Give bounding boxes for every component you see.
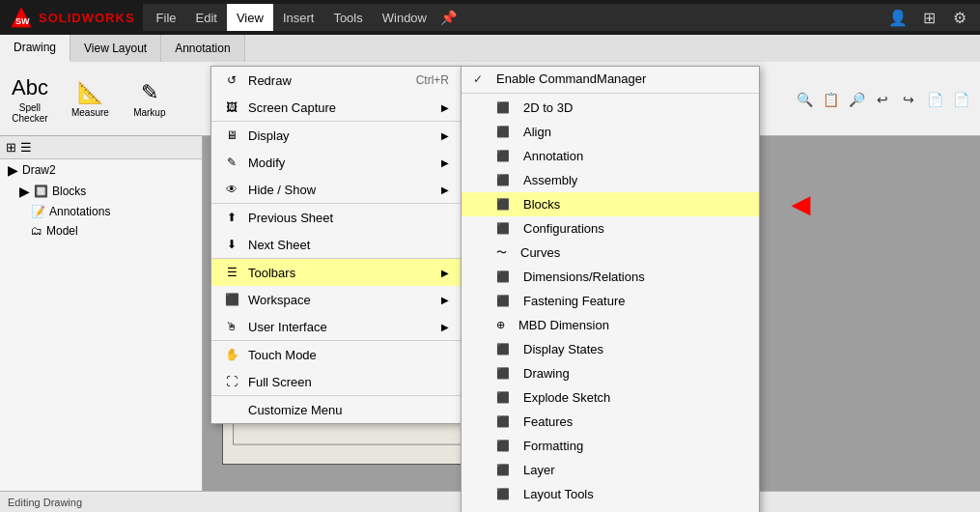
doc-icon-1[interactable]: 📄 xyxy=(923,88,946,111)
redo-icon[interactable]: ↪ xyxy=(897,88,920,111)
user-interface-label: User Interface xyxy=(248,320,327,334)
submenu-features[interactable]: ⬛ Features xyxy=(462,410,759,434)
submenu-assembly[interactable]: ⬛ Assembly xyxy=(462,168,759,192)
ribbon-markup-btn[interactable]: ✎ Markup xyxy=(128,76,171,122)
prev-sheet-label: Previous Sheet xyxy=(248,211,333,225)
search-icon[interactable]: 🔍 xyxy=(793,88,816,111)
tree-annotations[interactable]: 📝 Annotations xyxy=(0,202,202,221)
menu-item-user-interface[interactable]: 🖱 User Interface ▶ xyxy=(211,313,461,340)
menu-file[interactable]: File xyxy=(147,4,186,31)
menu-window[interactable]: Window xyxy=(373,4,436,31)
curves-label: Curves xyxy=(520,245,560,260)
menu-view[interactable]: View xyxy=(227,4,273,31)
explode-icon: ⬛ xyxy=(496,391,510,404)
submenu-blocks[interactable]: ⬛ Blocks ◀ xyxy=(462,192,759,216)
drawing-icon: ⬛ xyxy=(496,367,510,380)
submenu-layer[interactable]: ⬛ Layer xyxy=(462,458,759,482)
disp-states-label: Display States xyxy=(523,342,603,356)
menu-item-touch-mode[interactable]: ✋ Touch Mode xyxy=(211,340,461,368)
ribbon-tabs: Drawing View Layout Annotation xyxy=(0,35,980,62)
submenu-enable-cm[interactable]: ✓ Enable CommandManager xyxy=(462,67,759,91)
menu-item-modify[interactable]: ✎ Modify ▶ xyxy=(211,149,461,176)
submenu-display-states[interactable]: ⬛ Display States xyxy=(462,337,759,361)
fastening-label: Fastening Feature xyxy=(523,294,626,308)
menu-item-next-sheet[interactable]: ⬇ Next Sheet xyxy=(211,231,461,258)
curves-icon: 〜 xyxy=(496,245,507,260)
formatting-icon: ⬛ xyxy=(496,440,510,452)
menu-item-customize[interactable]: Customize Menu xyxy=(211,395,461,423)
view-icon-1[interactable]: 📋 xyxy=(819,88,842,111)
measure-icon: 📐 xyxy=(77,80,103,105)
user-interface-arrow: ▶ xyxy=(441,322,449,332)
menu-item-screen-capture[interactable]: 🖼 Screen Capture ▶ xyxy=(211,94,461,121)
menu-tools[interactable]: Tools xyxy=(323,4,372,31)
tree-blocks[interactable]: ▶ 🔲 Blocks xyxy=(0,181,202,202)
annotation-label: Annotation xyxy=(523,149,583,163)
disp-states-icon: ⬛ xyxy=(496,343,510,356)
submenu-fastening[interactable]: ⬛ Fastening Feature xyxy=(462,289,759,313)
tree-model[interactable]: 🗂 Model xyxy=(0,221,202,241)
customize-label: Customize Menu xyxy=(248,403,343,417)
tree-draw2-label: Draw2 xyxy=(22,163,56,177)
workspace-label: Workspace xyxy=(248,293,311,307)
display-icon: 🖥 xyxy=(223,127,240,144)
next-sheet-label: Next Sheet xyxy=(248,238,310,252)
assembly-label: Assembly xyxy=(523,173,577,187)
mbd-icon: ⊕ xyxy=(496,319,505,331)
header-row: SW SOLIDWORKS File Edit View Insert Tool… xyxy=(0,0,980,35)
grid-icon[interactable]: ⊞ xyxy=(916,5,941,30)
layer-icon: ⬛ xyxy=(496,464,510,476)
ribbon-spell-btn[interactable]: Abc SpellChecker xyxy=(8,71,52,128)
submenu-line-format[interactable]: ⬛ Line Format xyxy=(462,506,759,512)
list-icon[interactable]: ☰ xyxy=(20,140,32,155)
workspace-icon: ⬛ xyxy=(223,291,240,308)
submenu-curves[interactable]: 〜 Curves xyxy=(462,241,759,265)
tree-draw2[interactable]: ▶ Draw2 xyxy=(0,159,202,181)
menu-item-prev-sheet[interactable]: ⬆ Previous Sheet xyxy=(211,203,461,231)
submenu-mbd[interactable]: ⊕ MBD Dimension xyxy=(462,313,759,337)
menu-item-full-screen[interactable]: ⛶ Full Screen xyxy=(211,368,461,395)
status-text: Editing Drawing xyxy=(8,497,82,508)
submenu-configurations[interactable]: ⬛ Configurations xyxy=(462,216,759,241)
tab-drawing[interactable]: Drawing xyxy=(0,35,70,62)
align-label: Align xyxy=(523,125,551,139)
menu-item-toolbars[interactable]: ☰ Toolbars ▶ xyxy=(211,258,461,286)
hide-show-label: Hide / Show xyxy=(248,183,316,197)
submenu-layout-tools[interactable]: ⬛ Layout Tools xyxy=(462,482,759,506)
settings-icon[interactable]: ⚙ xyxy=(947,5,972,30)
solidworks-logo: SW SOLIDWORKS xyxy=(0,4,143,31)
profile-icon[interactable]: 👤 xyxy=(885,5,910,30)
ribbon-right-icons: 🔍 📋 🔎 ↩ ↪ 📄 📄 xyxy=(793,88,972,111)
submenu-explode-sketch[interactable]: ⬛ Explode Sketch xyxy=(462,385,759,410)
tab-view-layout[interactable]: View Layout xyxy=(70,35,161,62)
formatting-label: Formatting xyxy=(523,439,583,453)
redraw-label: Redraw xyxy=(248,73,292,88)
undo-icon[interactable]: ↩ xyxy=(871,88,894,111)
submenu-2d-to-3d[interactable]: ⬛ 2D to 3D xyxy=(462,96,759,120)
menu-insert[interactable]: Insert xyxy=(273,4,324,31)
view-icon-2[interactable]: 🔎 xyxy=(845,88,868,111)
menu-item-workspace[interactable]: ⬛ Workspace ▶ xyxy=(211,286,461,313)
2d3d-icon: ⬛ xyxy=(496,101,510,114)
toolbars-submenu: ✓ Enable CommandManager ⬛ 2D to 3D ⬛ Ali… xyxy=(461,66,760,512)
annotation-icon: ⬛ xyxy=(496,150,510,162)
submenu-drawing[interactable]: ⬛ Drawing xyxy=(462,361,759,385)
filter-icon[interactable]: ⊞ xyxy=(6,140,16,155)
menu-edit[interactable]: Edit xyxy=(186,4,227,31)
menu-item-hide-show[interactable]: 👁 Hide / Show ▶ xyxy=(211,176,461,203)
menu-item-redraw[interactable]: ↺ Redraw Ctrl+R xyxy=(211,67,461,94)
tab-annotation[interactable]: Annotation xyxy=(161,35,244,62)
modify-label: Modify xyxy=(248,156,285,170)
menu-item-display[interactable]: 🖥 Display ▶ xyxy=(211,121,461,149)
configurations-label: Configurations xyxy=(523,221,604,236)
submenu-formatting[interactable]: ⬛ Formatting xyxy=(462,434,759,458)
hide-show-icon: 👁 xyxy=(223,181,240,198)
submenu-annotation[interactable]: ⬛ Annotation xyxy=(462,144,759,168)
ribbon-measure-btn[interactable]: 📐 Measure xyxy=(68,76,113,122)
features-label: Features xyxy=(523,414,573,429)
screen-capture-icon: 🖼 xyxy=(223,99,240,116)
doc-icon-2[interactable]: 📄 xyxy=(949,88,972,111)
enable-cm-label: Enable CommandManager xyxy=(496,71,646,86)
submenu-align[interactable]: ⬛ Align xyxy=(462,120,759,144)
submenu-dim-relations[interactable]: ⬛ Dimensions/Relations xyxy=(462,265,759,289)
